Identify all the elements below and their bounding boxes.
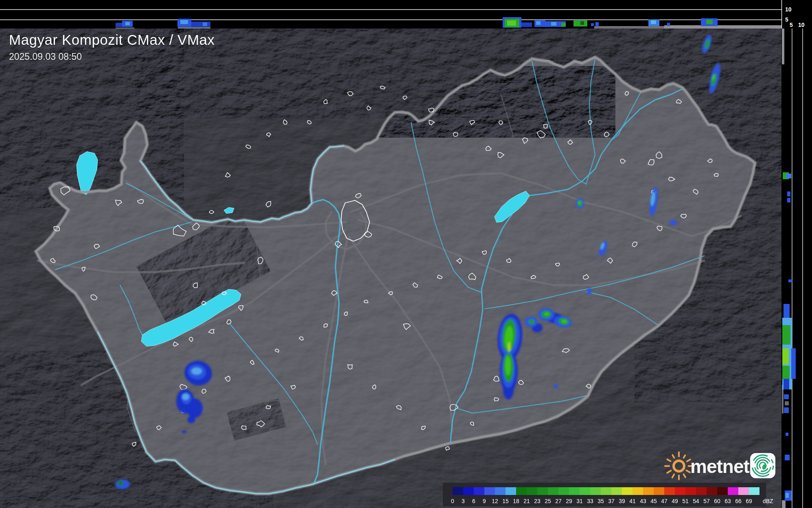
color-scale: 0369121518212325272931333537394143454749…: [443, 483, 773, 506]
profile-echo: [180, 20, 188, 24]
svg-text:43: 43: [640, 498, 646, 504]
profile-echo: [785, 401, 789, 405]
profile-echo: [791, 348, 796, 379]
dbz-swatch: [463, 487, 474, 495]
profile-echo: [551, 22, 556, 26]
profile-echo: [561, 23, 566, 26]
radar-map-canvas: 105510 036912151821232527293133353739414…: [0, 0, 812, 508]
right-profile-panel: [782, 29, 812, 508]
svg-text:3: 3: [462, 498, 465, 504]
logo-text: metnet: [690, 456, 749, 477]
svg-text:69: 69: [746, 498, 752, 504]
dbz-swatch: [537, 487, 548, 495]
dbz-swatch: [590, 487, 601, 495]
profile-echo: [784, 407, 789, 413]
svg-text:9: 9: [483, 498, 486, 504]
svg-text:45: 45: [650, 498, 657, 504]
profile-echo: [706, 20, 713, 24]
dbz-swatch: [685, 487, 696, 495]
dbz-swatch: [643, 487, 654, 495]
profile-echo: [784, 379, 789, 389]
svg-text:51: 51: [682, 498, 689, 504]
dbz-swatch: [622, 487, 633, 495]
profile-echo: [116, 23, 122, 27]
dbz-swatch: [453, 487, 463, 495]
profile-echo: [591, 23, 594, 26]
svg-text:54: 54: [693, 498, 699, 504]
dbz-swatch: [749, 487, 759, 495]
profile-echo: [203, 22, 207, 26]
profile-echo: [782, 348, 789, 365]
profile-echo: [521, 22, 532, 27]
dbz-swatch: [495, 487, 506, 495]
dbz-swatch: [728, 487, 738, 495]
dbz-swatch: [738, 487, 749, 495]
svg-text:18: 18: [513, 498, 519, 504]
dbz-swatch: [484, 487, 495, 495]
dbz-swatch: [664, 487, 675, 495]
dbz-swatch: [516, 487, 527, 495]
svg-text:49: 49: [672, 498, 678, 504]
svg-text:dBZ: dBZ: [763, 498, 773, 504]
svg-text:5: 5: [790, 22, 793, 28]
svg-text:10: 10: [785, 6, 792, 13]
svg-text:23: 23: [534, 498, 541, 504]
svg-text:6: 6: [472, 498, 475, 504]
dbz-swatch: [527, 487, 537, 495]
svg-text:31: 31: [576, 498, 583, 504]
profile-echo: [595, 22, 599, 26]
profile-echo: [782, 325, 790, 345]
svg-text:0: 0: [451, 498, 454, 504]
dbz-swatch: [506, 487, 516, 495]
dbz-swatch: [611, 487, 622, 495]
svg-text:33: 33: [587, 498, 593, 504]
svg-text:47: 47: [661, 498, 668, 504]
radar-viewer: 105510 036912151821232527293133353739414…: [0, 0, 812, 508]
svg-text:39: 39: [619, 498, 625, 504]
profile-echo: [787, 191, 790, 196]
profile-echo: [580, 21, 584, 25]
svg-text:63: 63: [724, 498, 731, 504]
profile-echo: [782, 366, 790, 379]
profile-echo: [787, 198, 790, 202]
dbz-swatch: [580, 487, 590, 495]
svg-text:37: 37: [608, 498, 615, 504]
corner-panel: [781, 0, 812, 29]
profile-echo: [784, 394, 789, 399]
svg-text:25: 25: [545, 498, 551, 504]
profile-echo: [125, 22, 130, 25]
dbz-swatch: [601, 487, 611, 495]
svg-text:35: 35: [598, 498, 604, 504]
dbz-swatch: [633, 487, 643, 495]
dbz-swatch: [654, 487, 664, 495]
svg-text:5: 5: [785, 16, 788, 23]
profile-echo: [786, 433, 788, 436]
svg-text:66: 66: [735, 498, 742, 504]
dbz-swatch: [474, 487, 484, 495]
dbz-swatch: [707, 487, 717, 495]
profile-echo: [536, 21, 541, 25]
dbz-swatch: [696, 487, 707, 495]
svg-text:10: 10: [798, 22, 805, 28]
dbz-swatch: [569, 487, 580, 495]
profile-echo: [191, 22, 210, 27]
profile-echo: [786, 174, 791, 178]
svg-text:41: 41: [629, 498, 636, 504]
dbz-swatch: [558, 487, 569, 495]
profile-echo: [786, 493, 789, 498]
svg-text:29: 29: [566, 498, 572, 504]
dbz-swatch: [548, 487, 558, 495]
profile-echo: [785, 455, 790, 460]
svg-text:12: 12: [492, 498, 498, 504]
profile-echo: [651, 20, 656, 24]
svg-text:21: 21: [523, 498, 530, 504]
metnet-app-icon: [750, 453, 775, 478]
dbz-swatch: [675, 487, 685, 495]
profile-echo: [507, 20, 516, 26]
profile-echo: [667, 23, 670, 26]
svg-text:60: 60: [714, 498, 720, 504]
svg-text:15: 15: [502, 498, 509, 504]
dbz-swatch: [717, 487, 728, 495]
svg-text:57: 57: [703, 498, 710, 504]
profile-echo: [788, 279, 792, 282]
